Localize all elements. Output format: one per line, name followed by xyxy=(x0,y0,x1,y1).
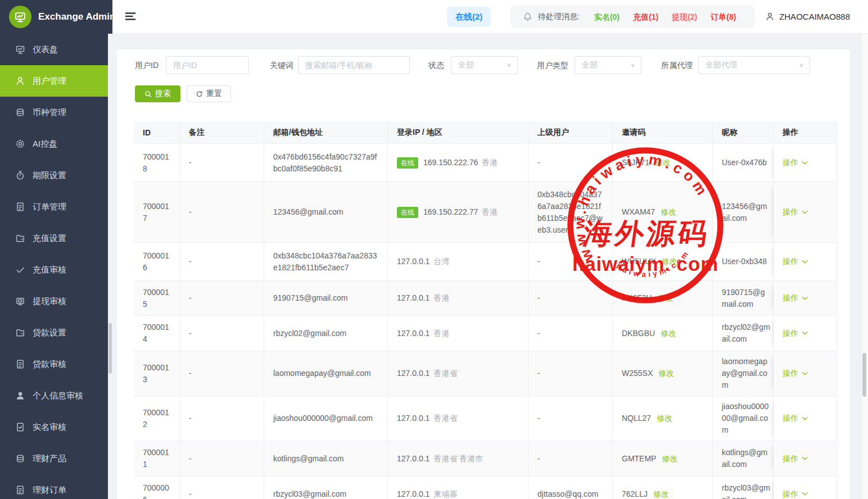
cell-action: 操作 xyxy=(774,351,837,396)
login-region: 香港省 xyxy=(433,414,457,423)
invite-code: GMTEMP xyxy=(622,454,656,463)
reset-button-label: 重置 xyxy=(206,89,222,99)
chevron-down-icon xyxy=(802,296,808,301)
keyword-input[interactable] xyxy=(298,56,410,74)
sidebar-item-5[interactable]: 期限设置 xyxy=(0,160,108,191)
action-dropdown[interactable]: 操作 xyxy=(783,157,808,169)
action-dropdown[interactable]: 操作 xyxy=(783,368,808,379)
sidebar-item-12[interactable]: 个人信息审核 xyxy=(0,380,108,411)
action-label: 操作 xyxy=(783,157,798,169)
reset-button[interactable]: 重置 xyxy=(187,85,231,102)
sidebar-item-6[interactable]: 订单管理 xyxy=(0,191,108,223)
cell-invite-code: GMTEMP修改 xyxy=(613,441,713,477)
cell-email: kotlings@gmail.com xyxy=(264,441,388,477)
pending-item-1[interactable]: 实名(0) xyxy=(594,12,620,21)
edit-invite-link[interactable]: 修改 xyxy=(657,414,672,423)
login-ip: 127.0.0.1 xyxy=(397,454,430,463)
cell-action: 操作 xyxy=(774,182,837,243)
action-dropdown[interactable]: 操作 xyxy=(783,292,808,304)
user-menu[interactable]: ZHAOCAIMAO888 xyxy=(765,0,850,33)
sidebar-item-9[interactable]: 提现审核 xyxy=(0,285,108,317)
user-management-card: 用户ID 关键词 状态 全部 ∨ 用户类型 全部 ∨ 所属代理 全部代理 ∨ xyxy=(117,49,850,499)
cell-note: - xyxy=(180,441,264,477)
cell-nickname: 123456@gmail.com xyxy=(713,182,774,243)
username: ZHAOCAIMAO888 xyxy=(779,12,850,21)
action-dropdown[interactable]: 操作 xyxy=(783,206,808,218)
cell-invite-code: DKBGBU修改 xyxy=(613,316,713,351)
page-scrollbar[interactable] xyxy=(861,34,868,499)
cell-parent-user: - xyxy=(528,441,613,477)
cell-login-ip: 127.0.0.1香港省 xyxy=(388,351,528,396)
cell-login-ip: 127.0.0.1香港省 香港市 xyxy=(388,441,528,477)
action-label: 操作 xyxy=(783,256,798,267)
pending-item-3[interactable]: 提现(2) xyxy=(672,12,697,21)
cell-note: - xyxy=(180,351,264,396)
status-select[interactable]: 全部 ∨ xyxy=(451,56,518,74)
cell-action: 操作 xyxy=(774,144,837,182)
search-button[interactable]: 搜索 xyxy=(135,85,180,102)
action-dropdown[interactable]: 操作 xyxy=(783,328,808,339)
action-dropdown[interactable]: 操作 xyxy=(783,488,808,499)
coins-icon xyxy=(15,107,25,117)
online-status-badge: 在线 xyxy=(397,157,418,169)
cell-id: 7000015 xyxy=(134,281,180,316)
sidebar-scrollbar-thumb[interactable] xyxy=(108,323,112,374)
invite-code: WXAM47 xyxy=(622,207,655,216)
sidebar-item-2[interactable]: 用户管理 xyxy=(0,65,108,97)
sidebar-item-10[interactable]: 贷款设置 xyxy=(0,317,108,348)
agent-select[interactable]: 全部代理 ∨ xyxy=(698,56,810,74)
action-dropdown[interactable]: 操作 xyxy=(783,256,808,267)
edit-invite-link[interactable]: 修改 xyxy=(653,489,669,498)
sidebar-item-13[interactable]: 实名审核 xyxy=(0,411,108,443)
sidebar-item-11[interactable]: 贷款审核 xyxy=(0,348,108,380)
cell-note: - xyxy=(180,316,264,351)
search-button-label: 搜索 xyxy=(155,89,171,99)
online-count-tag[interactable]: 在线(2) xyxy=(447,7,491,27)
pending-item-2[interactable]: 充值(1) xyxy=(633,12,658,21)
pending-item-4[interactable]: 订单(8) xyxy=(711,12,736,21)
sidebar-item-1[interactable]: 仪表盘 xyxy=(0,34,108,65)
chevron-down-icon: ∨ xyxy=(630,62,635,68)
sidebar-item-7[interactable]: 充值设置 xyxy=(0,223,108,254)
cell-nickname: rbzycl02@gmail.com xyxy=(713,316,774,351)
sidebar-item-8[interactable]: 充值审核 xyxy=(0,254,108,285)
action-label: 操作 xyxy=(783,328,798,339)
user-type-select[interactable]: 全部 ∨ xyxy=(575,56,641,74)
action-dropdown[interactable]: 操作 xyxy=(783,412,808,424)
chevron-down-icon xyxy=(802,456,808,461)
app-logo: Exchange Admin xyxy=(0,0,112,34)
edit-invite-link[interactable]: 修改 xyxy=(658,369,674,378)
sidebar-item-15[interactable]: 理财订单 xyxy=(0,474,108,499)
check-icon xyxy=(15,265,25,275)
sidebar-item-label: 订单管理 xyxy=(33,202,66,212)
cell-id: 7000014 xyxy=(134,316,180,351)
edit-invite-link[interactable]: 修改 xyxy=(661,207,676,216)
chevron-down-icon: ∨ xyxy=(799,62,804,68)
page-scrollbar-thumb[interactable] xyxy=(862,353,866,397)
cell-id: 7000017 xyxy=(134,182,180,243)
edit-invite-link[interactable]: 修改 xyxy=(658,293,673,302)
collapse-sidebar-icon[interactable] xyxy=(124,10,137,24)
col-header-parent: 上级用户 xyxy=(528,121,613,144)
col-header-id: ID xyxy=(134,121,180,144)
sidebar-item-label: 仪表盘 xyxy=(33,44,58,55)
sidebar-item-3[interactable]: 币种管理 xyxy=(0,97,108,128)
sidebar-item-14[interactable]: 理财产品 xyxy=(0,443,108,474)
user-id-input[interactable] xyxy=(166,56,249,74)
timer-icon xyxy=(15,170,25,180)
edit-invite-link[interactable]: 修改 xyxy=(655,158,671,167)
edit-invite-link[interactable]: 修改 xyxy=(662,454,677,463)
edit-invite-link[interactable]: 修改 xyxy=(661,329,676,338)
login-region: 台湾 xyxy=(433,257,449,266)
sidebar-item-label: 币种管理 xyxy=(33,107,66,118)
action-label: 操作 xyxy=(783,453,798,465)
login-region: 柬埔寨 xyxy=(433,489,457,498)
sidebar-scrollbar[interactable] xyxy=(108,34,112,499)
cell-parent-user: - xyxy=(528,351,613,396)
edit-invite-link[interactable]: 修改 xyxy=(662,257,677,266)
action-label: 操作 xyxy=(783,292,798,304)
action-dropdown[interactable]: 操作 xyxy=(783,453,808,465)
sidebar-item-4[interactable]: AI控盘 xyxy=(0,128,108,160)
sidebar-item-label: 理财产品 xyxy=(33,453,66,464)
login-ip: 127.0.0.1 xyxy=(397,369,430,378)
